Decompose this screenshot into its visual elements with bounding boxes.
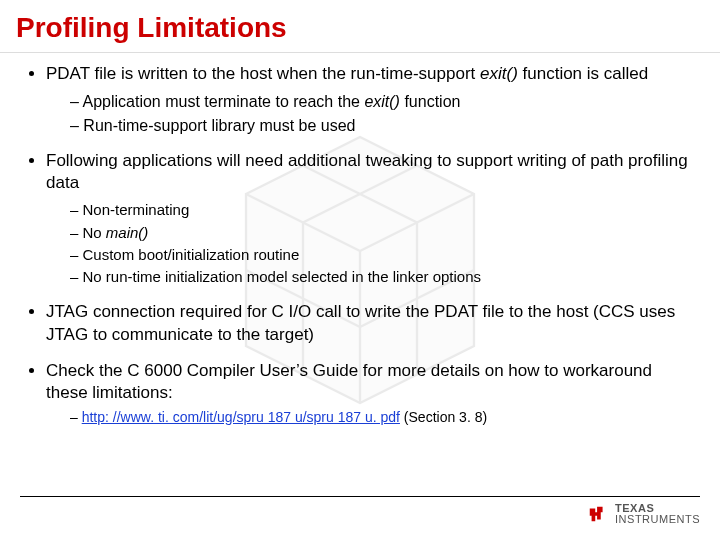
bullet-4: Check the C 6000 Compiler User’s Guide f… <box>46 360 696 427</box>
bullet-1-sub-1-em: exit() <box>364 93 400 110</box>
bullet-2-text: Following applications will need additio… <box>46 151 688 192</box>
bullet-1-text-post: function is called <box>518 64 648 83</box>
ti-logo: TEXAS INSTRUMENTS <box>587 503 700 525</box>
slide-body: PDAT file is written to the host when th… <box>0 53 720 427</box>
bullet-4-sublist: http: //www. ti. com/lit/ug/spru 187 u/s… <box>46 408 696 427</box>
ti-brand-line1: TEXAS <box>615 503 700 514</box>
bullet-2-sub-4: No run-time initialization model selecte… <box>70 267 696 287</box>
ti-logo-text: TEXAS INSTRUMENTS <box>615 503 700 525</box>
bullet-2-sub-2: No main() <box>70 223 696 243</box>
bullet-1-sub-1-post: function <box>400 93 460 110</box>
bullet-3: JTAG connection required for C I/O call … <box>46 301 696 345</box>
bullet-2-sub-2-pre: No <box>83 224 106 241</box>
bullet-1-sub-1: Application must terminate to reach the … <box>70 91 696 113</box>
bullet-2-sub-3: Custom boot/initialization routine <box>70 245 696 265</box>
bullet-1: PDAT file is written to the host when th… <box>46 63 696 136</box>
bullet-list: PDAT file is written to the host when th… <box>24 63 696 427</box>
bullet-1-sublist: Application must terminate to reach the … <box>46 91 696 136</box>
bullet-4-sub-1: http: //www. ti. com/lit/ug/spru 187 u/s… <box>70 408 696 427</box>
reference-link[interactable]: http: //www. ti. com/lit/ug/spru 187 u/s… <box>82 409 400 425</box>
slide-title: Profiling Limitations <box>0 0 720 53</box>
slide: Profiling Limitations PDAT file is writt… <box>0 0 720 540</box>
ti-chip-icon <box>587 503 609 525</box>
bullet-2: Following applications will need additio… <box>46 150 696 287</box>
bullet-1-sub-1-pre: Application must terminate to reach the <box>82 93 364 110</box>
bullet-1-text-pre: PDAT file is written to the host when th… <box>46 64 480 83</box>
reference-link-suffix: (Section 3. 8) <box>400 409 487 425</box>
ti-brand-line2: INSTRUMENTS <box>615 514 700 525</box>
bullet-2-sub-1: Non-terminating <box>70 200 696 220</box>
bullet-2-sublist: Non-terminating No main() Custom boot/in… <box>46 200 696 287</box>
footer: TEXAS INSTRUMENTS <box>20 496 700 530</box>
bullet-1-sub-2: Run-time-support library must be used <box>70 115 696 137</box>
bullet-4-text: Check the C 6000 Compiler User’s Guide f… <box>46 361 652 402</box>
bullet-2-sub-2-em: main() <box>106 224 149 241</box>
bullet-1-em: exit() <box>480 64 518 83</box>
